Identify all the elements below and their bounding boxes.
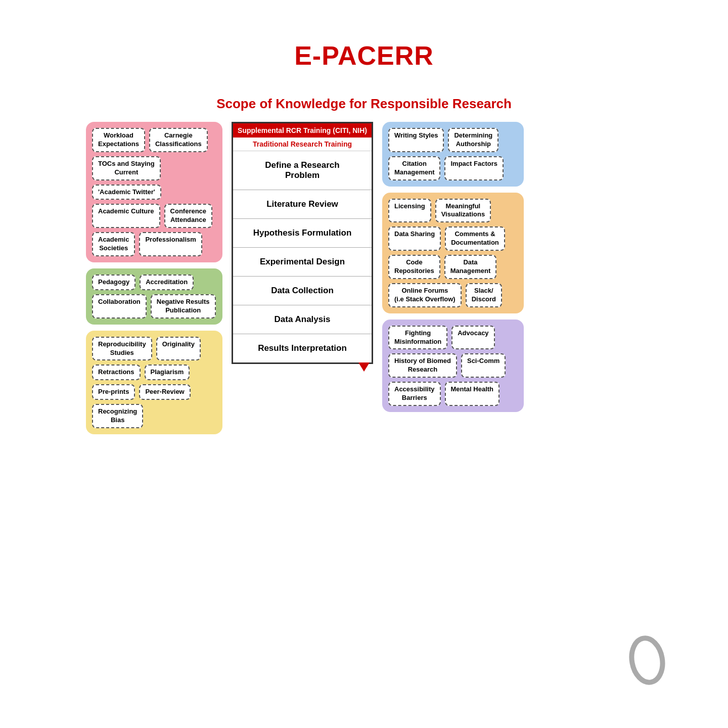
tag: RecognizingBias [92,404,143,428]
left-group-yellow: ReproducibilityStudies Originality Retra… [86,331,222,434]
tag: Mental Health [445,382,500,406]
tag: Pre-prints [92,384,135,400]
step-hypothesis: Hypothesis Formulation [233,219,372,248]
watermark-logo [627,635,667,688]
tag: Peer-Review [139,384,190,400]
tag: Academic Culture [92,204,160,228]
tag: Collaboration [92,294,147,318]
step-results: Results Interpretation [233,334,372,362]
tag: Advocacy [451,326,494,350]
tag: Plagiarism [145,365,190,380]
step-literature: Literature Review [233,190,372,219]
tag: Comments &Documentation [445,226,505,251]
tag: Slack/Discord [466,283,502,307]
tag: Writing Styles [388,128,444,152]
tag: AcademicSocieties [92,232,135,256]
tag: CitationManagement [388,156,440,180]
tag: Data Sharing [388,226,441,251]
tag: ConferenceAttendance [164,204,213,228]
supplemental-header: Supplemental RCR Training (CITI, NIH) [233,123,372,138]
tag: FightingMisinformation [388,326,447,350]
tag: CodeRepositories [388,255,440,279]
diagram-container: WorkloadExpectations CarnegieClassificat… [86,122,642,434]
step-experimental: Experimental Design [233,248,372,277]
center-column: Supplemental RCR Training (CITI, NIH) Tr… [232,122,373,364]
tag: ReproducibilityStudies [92,337,152,361]
tag: Retractions [92,365,141,380]
main-title: E-PACERR [294,40,434,71]
tag: Originality [156,337,201,361]
traditional-header: Traditional Research Training [233,138,372,151]
tag: AccessibilityBarriers [388,382,441,406]
arrow-down-icon [358,362,370,372]
tag: DataManagement [444,255,496,279]
left-group-green: Pedagogy Accreditation Collaboration Neg… [86,268,222,325]
svg-point-0 [628,635,666,685]
steps-container: Define a ResearchProblem Literature Revi… [233,151,372,362]
supplemental-box: Supplemental RCR Training (CITI, NIH) Tr… [232,122,373,364]
tag: Sci-Comm [461,353,506,378]
scope-title: Scope of Knowledge for Responsible Resea… [216,96,512,112]
tag: Negative ResultsPublication [151,294,216,318]
tag: MeaningfulVisualizations [435,199,491,223]
right-group-blue: Writing Styles DeterminingAuthorship Cit… [382,122,524,187]
left-column: WorkloadExpectations CarnegieClassificat… [86,122,222,434]
tag: Licensing [388,199,431,223]
tag: TOCs and StayingCurrent [92,156,161,180]
tag: Accreditation [140,275,194,290]
step-data-analysis: Data Analysis [233,305,372,334]
step-define: Define a ResearchProblem [233,151,372,190]
right-group-orange: Licensing MeaningfulVisualizations Data … [382,193,524,313]
right-column: Writing Styles DeterminingAuthorship Cit… [382,122,524,412]
step-data-collection: Data Collection [233,277,372,305]
tag: Impact Factors [444,156,503,180]
tag: Professionalism [139,232,202,256]
tag: History of BiomedResearch [388,353,457,378]
right-group-purple: FightingMisinformation Advocacy History … [382,320,524,412]
tag: CarnegieClassifications [149,128,208,152]
tag: Online Forums(i.e Stack Overflow) [388,283,462,307]
tag: WorkloadExpectations [92,128,145,152]
tag: Pedagogy [92,275,135,290]
tag: DeterminingAuthorship [448,128,498,152]
left-group-pink: WorkloadExpectations CarnegieClassificat… [86,122,222,262]
tag: 'Academic Twitter' [92,185,161,200]
